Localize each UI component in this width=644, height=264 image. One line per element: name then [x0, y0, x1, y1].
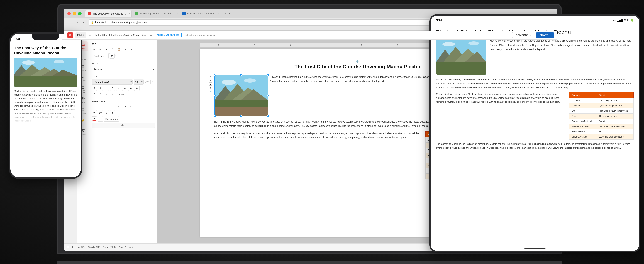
tab-sheets-label: Marketing Report - Zoho She... [140, 12, 174, 15]
bullet-list-button[interactable]: •≡ [92, 110, 97, 115]
macro-button[interactable]: M [109, 53, 115, 59]
tablet-para3: Machu Picchu's rediscovery in 1911 by Hi… [436, 92, 566, 140]
handle-bl[interactable] [214, 115, 216, 116]
align-left2-button[interactable]: ≡ [92, 104, 97, 109]
minimize-traffic-light[interactable] [73, 12, 76, 16]
font-family-select[interactable]: Roboto (Body) Arial Times New Roman [92, 79, 132, 84]
align-right2-button[interactable]: ≡ [104, 104, 109, 109]
handle-bm[interactable] [240, 115, 242, 116]
back-button[interactable]: ← [67, 20, 72, 25]
ruler-mark-4: 4 [326, 44, 326, 46]
quick-text-button[interactable]: Quick Text ▾ [92, 53, 108, 59]
font-family-row: Roboto (Body) Arial Times New Roman 18 1… [92, 79, 155, 84]
superscript-button[interactable]: x² [116, 86, 121, 91]
ruler-mark-6: 6 [397, 44, 398, 46]
secure-icon: 🔒 [91, 21, 94, 24]
img-tool-adjust[interactable]: ◐ [209, 82, 212, 86]
svg-point-25 [468, 42, 479, 45]
align-center-button[interactable]: ≡ [110, 92, 115, 97]
close-traffic-light[interactable] [67, 12, 71, 16]
clear-format-button[interactable]: ✕ [129, 47, 134, 52]
strikethrough-button[interactable]: S [110, 86, 115, 91]
style-select[interactable]: Normal Heading 1 Heading 2 [92, 66, 155, 72]
file-menu-button[interactable]: FILE ▾ [75, 32, 86, 38]
img-tool-link[interactable]: 🔗 [209, 90, 212, 93]
checklist-button[interactable]: ☑ [104, 110, 109, 115]
paste-button[interactable]: 📋 [116, 47, 122, 52]
redo-button[interactable]: ↪ [98, 47, 103, 52]
undo-button[interactable]: ↩ [92, 47, 97, 52]
img-tool-crop[interactable]: ⊞ [209, 79, 212, 82]
increase-font2-button[interactable]: A↑ [128, 86, 134, 91]
format-paint-button[interactable]: 🖌 [123, 47, 128, 52]
cut-button[interactable]: ✂ [104, 47, 109, 52]
line-spacing2-button[interactable]: ↕↕ [98, 116, 103, 122]
increase-font-button[interactable]: A⁺ [145, 80, 149, 84]
tab-show[interactable]: Z Business Innovation Plan - Zo... ✕ [180, 10, 226, 17]
refresh-button[interactable]: ↻ [82, 20, 86, 25]
tab-show-close[interactable]: ✕ [224, 12, 226, 15]
para-color-button[interactable]: A [92, 116, 97, 122]
handle-tl[interactable] [214, 74, 216, 76]
text-color-button[interactable]: A [92, 92, 97, 97]
handle-tm[interactable] [240, 74, 242, 76]
phone-device: 9:41 ▂▄▆ WiFi 🔋 The Lost City of the Clo… [9, 32, 82, 179]
img-resize2-icon[interactable]: ≡ [269, 79, 272, 82]
indent-decrease-button[interactable]: ⇤ [116, 104, 121, 109]
font-size-select[interactable]: 18 12 14 16 24 [134, 79, 144, 84]
bold-button[interactable]: B [92, 86, 97, 91]
pilcrow-button[interactable]: ¶ [110, 110, 115, 115]
img-tool-gear[interactable]: ⚙ [209, 75, 212, 78]
tablet-table-cell: Construction Material [570, 119, 597, 124]
subscript-button[interactable]: x₂ [122, 86, 127, 91]
italic-button[interactable]: I [98, 86, 103, 91]
align-justify2-button[interactable]: ≡ [110, 104, 115, 109]
tablet-battery: 🔋 [630, 19, 634, 22]
copy-button[interactable]: ⧉ [110, 47, 115, 52]
compose-label: COMPOSE [516, 34, 528, 36]
indent-increase-button[interactable]: ⇥ [122, 104, 127, 109]
tab-sheets[interactable]: Z Marketing Report - Zoho She... ✕ [132, 10, 179, 17]
forward-button[interactable]: → [74, 20, 80, 25]
numbered-list-button[interactable]: 1≡ [98, 110, 103, 115]
words-display: Words: 339 [88, 246, 100, 248]
highlight-color-button[interactable]: A [98, 92, 103, 97]
image-container[interactable]: ⚙ ⊞ ◐ ⊹ 🔗 [214, 75, 268, 116]
decrease-font2-button[interactable]: A↓ [134, 86, 140, 91]
tab-show-label: Business Innovation Plan - Zo... [187, 12, 222, 15]
tablet-status-icons: ••• ▂▄▆ WiFi 🔋 [613, 19, 634, 22]
chat-icon[interactable]: 💬 [66, 246, 70, 248]
share-button[interactable]: SHARE ▾ [536, 32, 554, 38]
compose-button[interactable]: COMPOSE ▾ [512, 32, 534, 38]
tablet-screen: 9:41 ••• ▂▄▆ WiFi 🔋 The Lost City of the… [431, 16, 639, 251]
more-button[interactable]: More [92, 123, 155, 128]
tablet-table-row: Construction MaterialGranite [570, 119, 634, 124]
img-resize-icon[interactable]: ⊡ [269, 75, 272, 78]
home-indicator [524, 248, 546, 249]
tab-sheets-close[interactable]: ✕ [176, 12, 178, 15]
doc-title-display: The Lost City of the Clouds: Unveiling M… [94, 34, 147, 36]
underline-button[interactable]: U [104, 86, 109, 91]
maximize-traffic-light[interactable] [78, 12, 82, 16]
img-tool-position[interactable]: ⊹ [209, 86, 212, 90]
tab-writer-close[interactable]: ✕ [128, 12, 131, 15]
language-display: English (US) [72, 246, 85, 248]
tablet-table-section: Machu Picchu's rediscovery in 1911 by Hi… [436, 92, 634, 140]
line-spacing-button[interactable]: ↕ [128, 104, 134, 109]
handle-ml[interactable] [214, 94, 216, 96]
borders-button[interactable]: Borders & S... [104, 116, 119, 122]
tab-writer[interactable]: Z The Lost City of the Clouds -... ✕ [85, 10, 132, 17]
close-panel-button[interactable]: ✕ [67, 32, 73, 38]
ruler-mark-2: 2 [254, 44, 255, 46]
decrease-font-button[interactable]: A⁻ [150, 80, 155, 84]
handle-br[interactable] [267, 115, 268, 116]
default-style-button[interactable]: Default... [116, 92, 127, 97]
tablet-table-row: EraInca Empire (15th century AD) [570, 108, 634, 114]
align-center2-button[interactable]: ≡ [98, 104, 103, 109]
align-left-button[interactable]: ≡ [104, 92, 109, 97]
new-tab-button[interactable]: + [227, 11, 232, 16]
star-button[interactable]: ☆ [88, 33, 92, 37]
handle-mr[interactable] [267, 94, 268, 96]
assign-workflow-button[interactable]: ASSIGN WORKFLOW [154, 33, 182, 38]
handle-tr[interactable] [267, 74, 268, 76]
